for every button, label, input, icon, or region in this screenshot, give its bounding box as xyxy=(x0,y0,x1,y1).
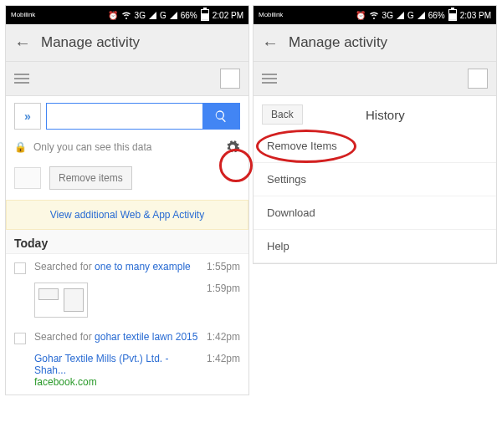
item-checkbox[interactable] xyxy=(14,262,26,274)
promo-link[interactable]: View additional Web & App Activity xyxy=(50,209,204,221)
bulk-actions-row: Remove items xyxy=(6,161,248,195)
item-time: 1:59pm xyxy=(207,283,240,294)
search-button[interactable] xyxy=(202,104,239,129)
screenshot-left: Mobilink ⏰ 3G G 66% 2:02 PM ← Manage act… xyxy=(5,5,249,395)
menu-item-settings[interactable]: Settings xyxy=(254,163,496,196)
search-query-link[interactable]: one to many example xyxy=(95,261,191,272)
search-query-link[interactable]: gohar textile lawn 2015 xyxy=(95,331,197,343)
toolbar xyxy=(254,62,496,96)
battery-icon xyxy=(201,9,209,21)
app-bar: ← Manage activity xyxy=(254,24,496,62)
result-title-link[interactable]: Gohar Textile Mills (Pvt.) Ltd. - Shah..… xyxy=(34,353,200,376)
carrier-label: Mobilink xyxy=(259,12,283,18)
gear-icon[interactable] xyxy=(225,140,240,155)
hamburger-icon[interactable] xyxy=(262,74,277,84)
privacy-text: Only you can see this data xyxy=(33,141,225,153)
item-body: Searched for one to many example xyxy=(34,261,200,272)
alarm-icon: ⏰ xyxy=(356,11,366,20)
search-row: » xyxy=(6,96,248,136)
search-icon xyxy=(214,109,228,123)
signal-icon-2 xyxy=(170,12,177,19)
account-box[interactable] xyxy=(220,69,240,89)
menu-back-button[interactable]: Back xyxy=(262,104,303,125)
activity-item[interactable]: 1:59pm xyxy=(6,281,248,324)
item-time: 1:42pm xyxy=(207,353,240,364)
network-3g-label: 3G xyxy=(135,11,146,20)
wifi-icon xyxy=(369,10,379,20)
network-g-label: G xyxy=(407,11,414,20)
signal-icon xyxy=(149,12,156,19)
promo-banner[interactable]: View additional Web & App Activity xyxy=(6,200,248,230)
result-site[interactable]: facebook.com xyxy=(34,376,200,388)
item-checkbox[interactable] xyxy=(14,333,26,344)
clock-time: 2:03 PM xyxy=(460,11,491,20)
page-title: Manage activity xyxy=(289,34,387,51)
toolbar xyxy=(6,62,248,96)
clock-time: 2:02 PM xyxy=(213,11,243,20)
search-box xyxy=(46,103,240,130)
battery-percent: 66% xyxy=(181,11,197,20)
account-box[interactable] xyxy=(468,69,488,89)
select-all-checkbox[interactable] xyxy=(14,167,41,189)
activity-item[interactable]: Searched for one to many example 1:55pm xyxy=(6,254,248,281)
signal-icon xyxy=(397,12,404,19)
page-title: Manage activity xyxy=(41,34,140,51)
network-g-label: G xyxy=(160,11,166,20)
menu-title: History xyxy=(316,108,488,122)
activity-item[interactable]: Gohar Textile Mills (Pvt.) Ltd. - Shah..… xyxy=(6,351,248,395)
expand-chevron-icon[interactable]: » xyxy=(14,103,41,130)
search-input[interactable] xyxy=(47,104,202,129)
network-3g-label: 3G xyxy=(382,11,393,20)
hamburger-icon[interactable] xyxy=(14,74,29,84)
remove-items-button[interactable]: Remove items xyxy=(49,166,132,190)
back-arrow-icon[interactable]: ← xyxy=(262,33,279,53)
section-today: Today xyxy=(6,230,248,254)
carrier-label: Mobilink xyxy=(11,12,35,18)
wifi-icon xyxy=(121,10,131,20)
item-body: Searched for gohar textile lawn 2015 xyxy=(34,331,200,343)
activity-item[interactable]: Searched for gohar textile lawn 2015 1:4… xyxy=(6,324,248,351)
status-bar: Mobilink ⏰ 3G G 66% 2:03 PM xyxy=(254,6,496,24)
privacy-row: 🔒 Only you can see this data xyxy=(6,136,248,161)
menu-header: Back History xyxy=(254,96,496,130)
back-arrow-icon[interactable]: ← xyxy=(14,33,31,53)
screenshot-right: Mobilink ⏰ 3G G 66% 2:03 PM ← Manage act… xyxy=(253,5,497,264)
battery-icon xyxy=(448,9,457,21)
item-time: 1:42pm xyxy=(207,331,240,343)
menu-item-help[interactable]: Help xyxy=(254,230,496,263)
item-body: Gohar Textile Mills (Pvt.) Ltd. - Shah..… xyxy=(34,353,200,388)
signal-icon-2 xyxy=(417,12,425,19)
result-thumbnail[interactable] xyxy=(34,283,88,318)
alarm-icon: ⏰ xyxy=(108,11,118,20)
status-bar: Mobilink ⏰ 3G G 66% 2:02 PM xyxy=(6,6,248,24)
menu-item-download[interactable]: Download xyxy=(254,196,496,230)
item-time: 1:55pm xyxy=(207,261,240,272)
battery-percent: 66% xyxy=(428,11,445,20)
lock-icon: 🔒 xyxy=(14,141,27,153)
menu-item-remove-items[interactable]: Remove Items xyxy=(254,130,496,163)
app-bar: ← Manage activity xyxy=(6,24,248,62)
